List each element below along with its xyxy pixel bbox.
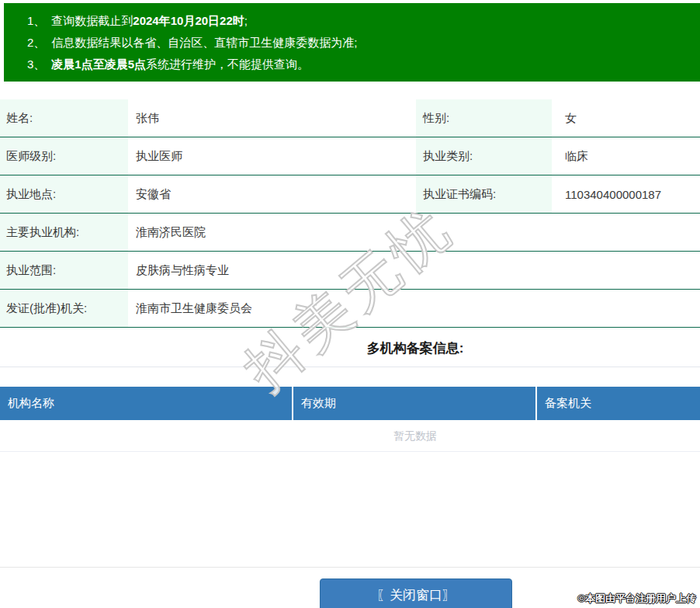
notice-text: 系统进行维护，不能提供查询。 [146, 57, 309, 71]
field-value-doctor-level: 执业医师 [128, 137, 416, 175]
field-label-practice-type: 执业类别: [416, 137, 552, 175]
filing-section-title: 多机构备案信息: [0, 339, 700, 357]
column-header-institution-name: 机构名称 [0, 387, 293, 420]
notice-text: 信息数据结果以各省、自治区、直辖市卫生健康委数据为准; [51, 36, 357, 49]
table-row: 主要执业机构: 淮南济民医院 [0, 214, 700, 252]
field-value-practice-place: 安徽省 [128, 175, 416, 213]
empty-data-placeholder: 暂无数据 [0, 420, 700, 452]
field-label-main-institution: 主要执业机构: [0, 214, 128, 251]
field-label-name: 姓名: [0, 99, 128, 137]
field-value-gender: 女 [552, 99, 700, 137]
field-value-practice-type: 临床 [552, 137, 700, 175]
notice-text-bold: 2024年10月20日22时 [133, 14, 244, 27]
notice-line-1: 1、查询数据截止到2024年10月20日22时; [27, 10, 700, 32]
notice-number: 1、 [27, 14, 45, 27]
field-label-practice-scope: 执业范围: [0, 252, 128, 289]
notice-text: 查询数据截止到 [51, 14, 133, 27]
footer-divider [0, 567, 700, 568]
table-row: 医师级别: 执业医师 执业类别: 临床 [0, 137, 700, 175]
close-window-button[interactable]: 〖关闭窗口〗 [320, 578, 512, 608]
field-value-issuing-authority: 淮南市卫生健康委员会 [128, 290, 700, 327]
field-label-doctor-level: 医师级别: [0, 137, 128, 175]
notice-text: ; [244, 14, 248, 27]
notice-line-3: 3、凌晨1点至凌晨5点系统进行维护，不能提供查询。 [27, 54, 700, 75]
copyright-stamp: ©本图由平台注册用户上传 [577, 592, 696, 606]
field-label-gender: 性别: [416, 99, 552, 137]
column-header-filing-authority: 备案机关 [537, 387, 700, 420]
table-row: 发证(批准)机关: 淮南市卫生健康委员会 [0, 290, 700, 328]
notice-number: 3、 [27, 57, 45, 71]
notice-banner: 1、查询数据截止到2024年10月20日22时; 2、信息数据结果以各省、自治区… [4, 3, 700, 82]
field-value-certificate-code: 110340400000187 [552, 175, 700, 213]
table-row: 姓名: 张伟 性别: 女 [0, 99, 700, 137]
field-value-practice-scope: 皮肤病与性病专业 [128, 252, 700, 289]
table-row: 执业范围: 皮肤病与性病专业 [0, 252, 700, 290]
table-row: 执业地点: 安徽省 执业证书编码: 110340400000187 [0, 175, 700, 214]
notice-number: 2、 [27, 36, 45, 49]
filing-table-header: 机构名称 有效期 备案机关 [0, 387, 700, 420]
notice-line-2: 2、信息数据结果以各省、自治区、直辖市卫生健康委数据为准; [27, 32, 700, 54]
practitioner-info-table: 姓名: 张伟 性别: 女 医师级别: 执业医师 执业类别: 临床 执业地点: 安… [0, 99, 700, 328]
field-label-certificate-code: 执业证书编码: [416, 175, 552, 213]
field-label-practice-place: 执业地点: [0, 175, 128, 213]
section-divider [0, 367, 700, 367]
notice-text-bold: 凌晨1点至凌晨5点 [51, 57, 146, 71]
field-label-issuing-authority: 发证(批准)机关: [0, 290, 128, 327]
field-value-main-institution: 淮南济民医院 [128, 214, 700, 251]
column-header-validity-period: 有效期 [293, 387, 537, 420]
field-value-name: 张伟 [128, 99, 416, 137]
